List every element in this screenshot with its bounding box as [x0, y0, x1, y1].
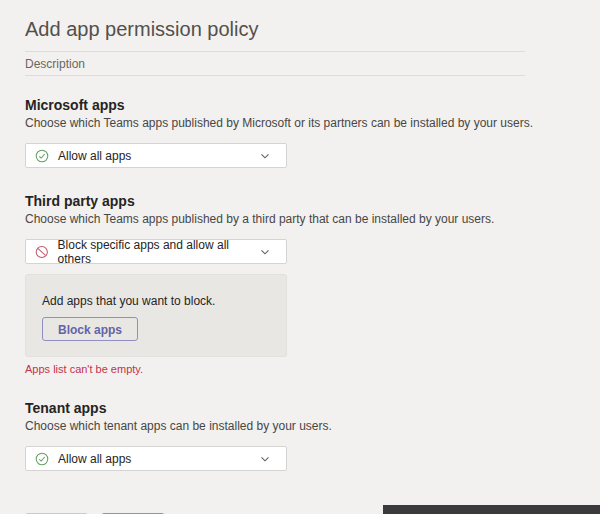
section-description-microsoft-apps: Choose which Teams apps published by Mic…	[25, 116, 600, 130]
section-description-tenant-apps: Choose which tenant apps can be installe…	[25, 419, 600, 433]
description-input[interactable]	[25, 52, 525, 76]
page-title: Add app permission policy	[25, 14, 525, 52]
section-heading-tenant-apps: Tenant apps	[25, 400, 600, 416]
third-party-apps-dropdown[interactable]: Block specific apps and allow all others	[25, 239, 287, 264]
chevron-down-icon	[259, 453, 271, 465]
chevron-down-icon	[259, 246, 271, 258]
microsoft-apps-selected-option: Allow all apps	[58, 149, 131, 163]
section-heading-microsoft-apps: Microsoft apps	[25, 97, 600, 113]
block-apps-button[interactable]: Block apps	[42, 317, 138, 341]
chevron-down-icon	[259, 150, 271, 162]
section-description-third-party-apps: Choose which Teams apps published by a t…	[25, 212, 600, 226]
microsoft-apps-dropdown[interactable]: Allow all apps	[25, 143, 287, 168]
blocked-apps-panel-message: Add apps that you want to block.	[42, 294, 270, 308]
section-heading-third-party-apps: Third party apps	[25, 193, 600, 209]
blocked-apps-panel: Add apps that you want to block. Block a…	[25, 274, 287, 357]
block-icon	[35, 245, 49, 259]
allow-circle-check-icon	[35, 452, 49, 466]
add-app-permission-policy-form: Add app permission policy Microsoft apps…	[0, 0, 600, 514]
allow-circle-check-icon	[35, 149, 49, 163]
third-party-apps-selected-option: Block specific apps and allow all others	[58, 238, 259, 266]
bottom-dark-bar	[383, 505, 600, 514]
apps-list-error-message: Apps list can't be empty.	[25, 363, 600, 375]
tenant-apps-dropdown[interactable]: Allow all apps	[25, 446, 287, 471]
tenant-apps-selected-option: Allow all apps	[58, 452, 131, 466]
